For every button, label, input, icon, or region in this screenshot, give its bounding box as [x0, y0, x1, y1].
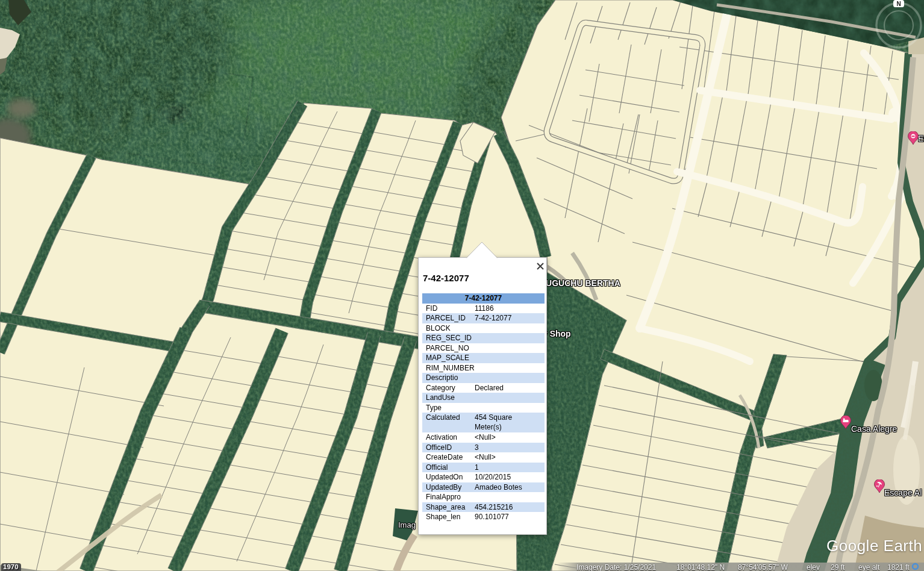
svg-text:N: N	[896, 1, 901, 7]
